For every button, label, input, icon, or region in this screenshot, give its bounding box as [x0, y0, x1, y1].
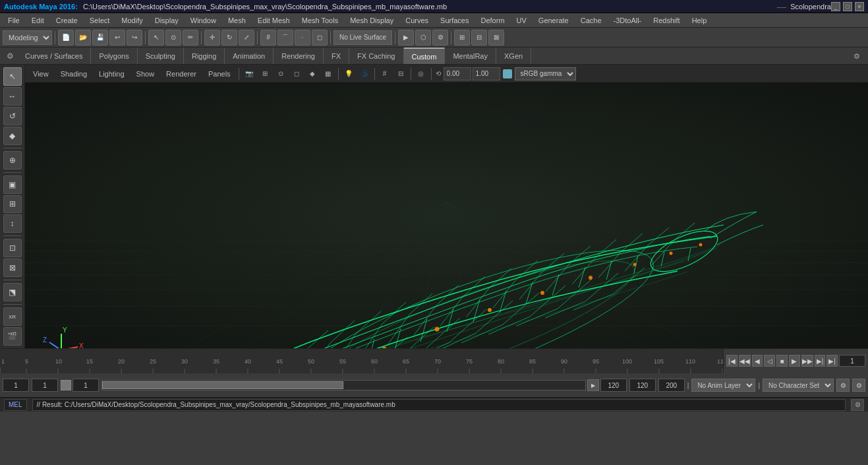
frame-indicator-input[interactable]	[72, 379, 99, 392]
menu-select[interactable]: Select	[84, 14, 115, 27]
move-tool-btn[interactable]: ✛	[204, 30, 220, 46]
anim-options-btn[interactable]: ⚙	[836, 379, 850, 392]
workspace-selector[interactable]: Modeling	[3, 30, 52, 45]
tab-polygons[interactable]: Polygons	[91, 47, 137, 64]
vp-hud-btn[interactable]: ⊟	[393, 67, 408, 81]
layout-btn-3[interactable]: ⊠	[488, 30, 504, 46]
xray-btn[interactable]: XR	[3, 307, 22, 326]
vp-smooth-btn[interactable]: ⊙	[274, 67, 288, 81]
range-max-input[interactable]	[629, 379, 656, 392]
render-settings-btn[interactable]: ⚙	[432, 30, 448, 46]
new-scene-btn[interactable]: 📄	[58, 30, 74, 46]
tabs-settings-btn[interactable]: ⚙	[850, 49, 863, 63]
paint-tool-btn[interactable]: ✏	[183, 30, 198, 46]
move-mode-btn[interactable]: ↔	[3, 87, 22, 106]
vp-menu-show[interactable]: Show	[131, 65, 160, 83]
anim-layer-selector[interactable]: No Anim Layer	[691, 379, 755, 392]
tab-mentalray[interactable]: MentalRay	[445, 47, 496, 64]
menu-redshift[interactable]: Redshift	[648, 14, 685, 27]
range-start-input-2[interactable]	[32, 379, 58, 392]
transform-btn[interactable]: ↕	[3, 214, 22, 233]
vp-shade-btn[interactable]: ◆	[305, 67, 320, 81]
layout-btn-1[interactable]: ⊞	[454, 30, 470, 46]
menu-deform[interactable]: Deform	[475, 14, 509, 27]
menu-edit-mesh[interactable]: Edit Mesh	[252, 14, 295, 27]
menu-window[interactable]: Window	[185, 14, 221, 27]
menu-surfaces[interactable]: Surfaces	[435, 14, 474, 27]
snap-btn[interactable]: ▣	[3, 175, 22, 194]
rotate-tool-btn[interactable]: ↻	[221, 30, 237, 46]
menu-modify[interactable]: Modify	[116, 14, 148, 27]
layout-btn-2[interactable]: ⊟	[471, 30, 487, 46]
char-set-options-btn[interactable]: ⚙	[852, 379, 865, 392]
menu-3dtoall[interactable]: -3DtoAll-	[608, 14, 647, 27]
gamma-input-2[interactable]	[473, 67, 500, 80]
lasso-tool-btn[interactable]: ⊙	[165, 30, 181, 46]
tab-custom[interactable]: Custom	[404, 47, 446, 64]
menu-display[interactable]: Display	[150, 14, 184, 27]
menu-mesh[interactable]: Mesh	[223, 14, 251, 27]
tl-play-fwd[interactable]: ▶	[789, 355, 800, 367]
vp-camera-btn[interactable]: 📷	[242, 67, 256, 81]
menu-uv[interactable]: UV	[511, 14, 532, 27]
vp-wire-btn[interactable]: ⊞	[258, 67, 272, 81]
tab-fx-caching[interactable]: FX Caching	[349, 47, 403, 64]
vp-menu-lighting[interactable]: Lighting	[94, 65, 130, 83]
frame-input[interactable]	[839, 355, 865, 367]
snap-grid-btn[interactable]: #	[260, 30, 276, 46]
paint-effects-btn[interactable]: ⬔	[3, 283, 22, 301]
vp-menu-panels[interactable]: Panels	[203, 65, 236, 83]
deform-btn[interactable]: ⊠	[3, 259, 22, 277]
minimize-button[interactable]: _	[831, 2, 840, 11]
tl-prev-key[interactable]: ◀◀	[739, 355, 751, 367]
viewport-3d[interactable]: View Shading Lighting Show Renderer Pane…	[25, 65, 868, 348]
close-button[interactable]: ×	[855, 2, 864, 11]
scale-mode-btn[interactable]: ◆	[3, 127, 22, 145]
tab-rigging[interactable]: Rigging	[184, 47, 225, 64]
tab-animation[interactable]: Animation	[225, 47, 274, 64]
menu-curves[interactable]: Curves	[400, 14, 434, 27]
vp-lights-btn[interactable]: 💡	[341, 67, 356, 81]
status-settings-btn[interactable]: ⚙	[851, 399, 864, 411]
tl-prev-frame[interactable]: ◀	[752, 355, 763, 367]
vp-flat-btn[interactable]: ◻	[289, 67, 304, 81]
scale-tool-btn[interactable]: ⤢	[239, 30, 254, 46]
tl-next-key[interactable]: ▶|	[815, 355, 826, 367]
ipr-btn[interactable]: ⬡	[415, 30, 431, 46]
menu-cache[interactable]: Cache	[575, 14, 607, 27]
vp-grid-btn[interactable]: #	[378, 67, 392, 81]
menu-generate[interactable]: Generate	[533, 14, 574, 27]
undo-btn[interactable]: ↩	[109, 30, 125, 46]
maximize-button[interactable]: □	[843, 2, 852, 11]
snap-surface-btn[interactable]: ◻	[312, 30, 328, 46]
timeline-ruler[interactable]: 1 5 10 15 20 25 30 35 40 45 50 55 60	[0, 349, 723, 373]
grid-btn[interactable]: ⊞	[3, 195, 22, 214]
tab-rendering[interactable]: Rendering	[274, 47, 324, 64]
vp-menu-renderer[interactable]: Renderer	[161, 65, 202, 83]
vp-menu-view[interactable]: View	[28, 65, 54, 83]
range-slider[interactable]	[101, 380, 586, 390]
menu-create[interactable]: Create	[51, 14, 83, 27]
save-scene-btn[interactable]: 💾	[92, 30, 108, 46]
render-btn[interactable]: ▶	[398, 30, 414, 46]
range-end-icon[interactable]: ▶	[587, 379, 599, 391]
tl-go-end[interactable]: ▶|	[826, 355, 838, 367]
vp-shadow-btn[interactable]: 🌑	[357, 67, 372, 81]
live-surface-btn[interactable]: No Live Surface	[333, 30, 392, 45]
open-scene-btn[interactable]: 📂	[75, 30, 91, 46]
menu-help[interactable]: Help	[687, 14, 712, 27]
tl-go-start[interactable]: |◀	[726, 355, 738, 367]
tl-stop[interactable]: ■	[776, 355, 788, 367]
char-set-selector[interactable]: No Character Set	[763, 379, 834, 392]
vp-texture-btn[interactable]: ▦	[321, 67, 335, 81]
tl-next-frame[interactable]: ▶▶	[801, 355, 813, 367]
pivot-btn[interactable]: ⊡	[3, 239, 22, 257]
tab-xgen[interactable]: XGen	[496, 47, 531, 64]
menu-edit[interactable]: Edit	[26, 14, 49, 27]
range-thumb[interactable]	[102, 381, 343, 389]
vp-isolate-btn[interactable]: ◎	[414, 67, 428, 81]
range-start-input[interactable]	[3, 379, 29, 392]
shelf-settings-icon[interactable]: ⚙	[4, 50, 16, 62]
gamma-input-1[interactable]	[444, 67, 471, 80]
snap-point-btn[interactable]: ·	[295, 30, 310, 46]
